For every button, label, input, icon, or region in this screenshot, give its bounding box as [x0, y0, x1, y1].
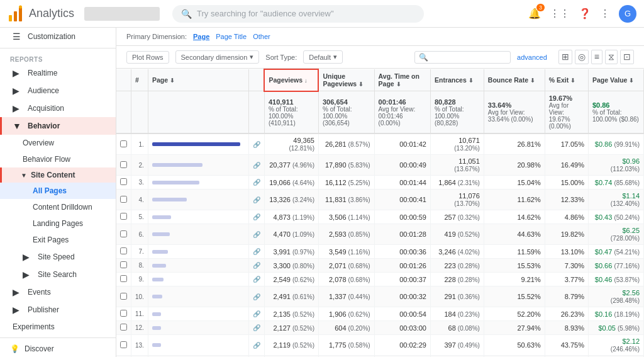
dim-other-link[interactable]: Other [253, 33, 270, 40]
table-search-input[interactable] [431, 54, 506, 61]
sidebar-item-acquisition-label: Acquisition [28, 104, 64, 113]
row-link-5[interactable]: 🔗 [248, 224, 264, 245]
sidebar-item-content-drilldown[interactable]: Content Drilldown [0, 199, 116, 215]
sidebar-item-experiments-label: Experiments [13, 322, 55, 331]
pageviews-col-header[interactable]: Pageviews ↓ [264, 69, 318, 91]
row-link-1[interactable]: 🔗 [248, 155, 264, 176]
row-checkbox-7[interactable] [116, 259, 131, 273]
more-options-button[interactable]: ⋮ [600, 8, 610, 20]
avatar[interactable]: G [619, 5, 636, 23]
sidebar-item-audience[interactable]: ▶ Audience [0, 82, 116, 99]
row-pv-4: 4,873 (1.19%) [264, 210, 318, 224]
row-upv-2: 16,112 (5.25%) [318, 176, 374, 190]
row-link-8[interactable]: 🔗 [248, 273, 264, 286]
help-button[interactable]: ❓ [579, 8, 591, 20]
grid-menu-button[interactable]: ⋮⋮ [550, 8, 570, 20]
row-time-1: 00:00:49 [374, 155, 430, 176]
analytics-logo-icon [8, 5, 25, 23]
total-upv-pct: % of Total: 100.00% (306,654) [323, 106, 370, 127]
row-pv-5: 4,470 (1.09%) [264, 224, 318, 245]
row-checkbox-9[interactable] [116, 286, 131, 307]
total-pageviews: 410,911 [269, 98, 314, 106]
row-value-10: $0.16 (18.19%) [588, 307, 643, 321]
sidebar-item-site-search[interactable]: ▶ Site Search [0, 266, 116, 283]
plot-rows-button[interactable]: Plot Rows [126, 51, 169, 64]
row-exit-0: 17.05% [545, 133, 588, 155]
row-exit-5: 19.82% [545, 224, 588, 245]
table-search[interactable]: 🔍 [414, 51, 511, 64]
filter-view-icon[interactable]: ⧖ [605, 50, 618, 64]
row-num-6: 7. [131, 245, 148, 259]
row-checkbox-11[interactable] [116, 321, 131, 335]
page-value-col-header[interactable]: Page Value ⬇ [588, 69, 643, 91]
bounce-rate-col-header[interactable]: Bounce Rate ⬇ [484, 69, 545, 91]
row-pv-9: 2,491 (0.61%) [264, 286, 318, 307]
exit-col-header[interactable]: % Exit ⬇ [545, 69, 588, 91]
secondary-dim-button[interactable]: Secondary dimension ▾ [175, 50, 260, 64]
sidebar-item-landing-pages[interactable]: Landing Pages [0, 215, 116, 232]
advanced-link[interactable]: advanced [517, 54, 547, 61]
row-num-8: 9. [131, 273, 148, 286]
row-link-0[interactable]: 🔗 [248, 133, 264, 155]
sidebar-item-customization[interactable]: ☰ Customization [0, 28, 116, 45]
sidebar-item-exit-pages[interactable]: Exit Pages [0, 232, 116, 248]
row-checkbox-0[interactable] [116, 133, 131, 155]
row-checkbox-5[interactable] [116, 224, 131, 245]
sidebar-item-publisher[interactable]: ▶ Publisher [0, 301, 116, 319]
row-bounce-9: 15.52% [484, 286, 545, 307]
row-exit-9: 8.79% [545, 286, 588, 307]
row-link-2[interactable]: 🔗 [248, 176, 264, 190]
row-checkbox-8[interactable] [116, 273, 131, 286]
sidebar-item-acquisition[interactable]: ▶ Acquisition [0, 99, 116, 117]
row-link-7[interactable]: 🔗 [248, 259, 264, 273]
data-table-view-icon[interactable]: ⊞ [558, 50, 572, 64]
dim-page-link[interactable]: Page [193, 33, 209, 40]
search-bar[interactable]: 🔍 Try searching for "audience overview" [172, 5, 424, 23]
row-link-6[interactable]: 🔗 [248, 245, 264, 259]
sidebar-item-discover[interactable]: 💡 Discover [0, 341, 116, 357]
sidebar-item-overview[interactable]: Overview [0, 135, 116, 151]
avg-time-col-header[interactable]: Avg. Time onPage ⬇ [374, 69, 430, 91]
unique-pv-col-header[interactable]: UniquePageviews ⬇ [318, 69, 374, 91]
row-checkbox-6[interactable] [116, 245, 131, 259]
row-checkbox-1[interactable] [116, 155, 131, 176]
row-num-11: 12. [131, 321, 148, 335]
row-value-9: $2.56 (298.48%) [588, 286, 643, 307]
entrances-col-header[interactable]: Entrances ⬇ [430, 69, 484, 91]
sidebar-item-site-speed[interactable]: ▶ Site Speed [0, 248, 116, 266]
row-link-11[interactable]: 🔗 [248, 321, 264, 335]
sidebar-item-site-content[interactable]: ▼ Site Content [0, 167, 116, 183]
row-checkbox-3[interactable] [116, 190, 131, 210]
page-col-header[interactable]: Page ⬇ [148, 69, 248, 91]
pivot-view-icon[interactable]: ⊡ [620, 50, 634, 64]
row-link-3[interactable]: 🔗 [248, 190, 264, 210]
row-upv-7: 2,071 (0.68%) [318, 259, 374, 273]
row-checkbox-2[interactable] [116, 176, 131, 190]
row-num-3: 4. [131, 190, 148, 210]
total-bounce: 33.64% [488, 101, 541, 109]
row-link-12[interactable]: 🔗 [248, 335, 264, 356]
sort-default-button[interactable]: Default ▾ [303, 50, 343, 64]
row-value-1: $0.96 (112.03%) [588, 155, 643, 176]
row-checkbox-4[interactable] [116, 210, 131, 224]
table-row: 10. 🔗 2,491 (0.61%) 1,337 (0.44%) 00:00:… [116, 286, 644, 307]
sidebar-item-realtime[interactable]: ▶ Realtime [0, 64, 116, 82]
sidebar-item-all-pages[interactable]: All Pages [0, 183, 116, 199]
sidebar-item-events[interactable]: ▶ Events [0, 283, 116, 301]
pie-view-icon[interactable]: ◎ [575, 50, 589, 64]
total-ent-pct: % of Total: 100.00% (80,828) [435, 106, 480, 127]
sidebar-item-experiments[interactable]: Experiments [0, 319, 116, 335]
total-b-pct: Avg for View: 33.64% (0.00%) [488, 109, 541, 123]
row-link-10[interactable]: 🔗 [248, 307, 264, 321]
row-checkbox-12[interactable] [116, 335, 131, 356]
sidebar-item-behavior[interactable]: ▼ Behavior [0, 117, 116, 135]
row-link-4[interactable]: 🔗 [248, 210, 264, 224]
sidebar-item-behavior-flow[interactable]: Behavior Flow [0, 151, 116, 167]
row-checkbox-10[interactable] [116, 307, 131, 321]
dim-title-link[interactable]: Page Title [216, 33, 247, 40]
notifications-button[interactable]: 🔔 3 [528, 8, 541, 20]
row-link-9[interactable]: 🔗 [248, 286, 264, 307]
account-selector[interactable] [84, 7, 160, 21]
row-bounce-8: 9.21% [484, 273, 545, 286]
bar-view-icon[interactable]: ≡ [591, 50, 602, 64]
